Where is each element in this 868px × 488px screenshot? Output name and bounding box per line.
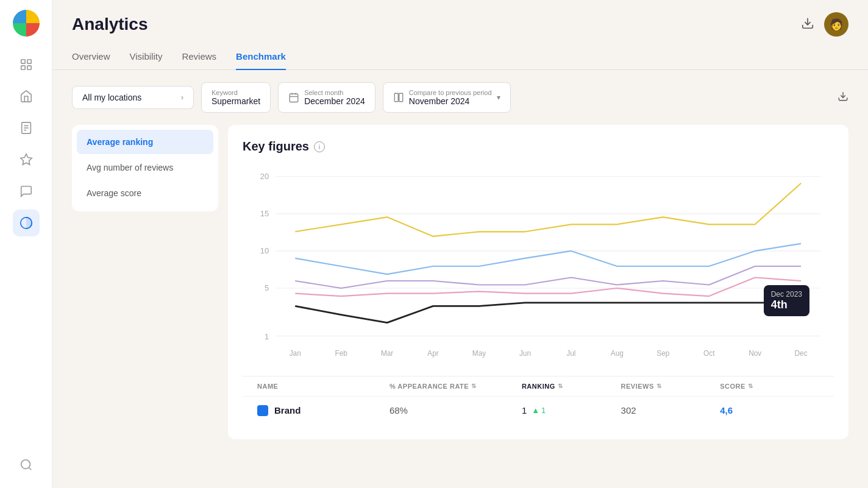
reviews-value: 302 [621,405,720,416]
page-title: Analytics [72,15,148,34]
location-filter[interactable]: All my locations › [72,86,194,109]
svg-line-11 [29,467,31,470]
metric-average-ranking[interactable]: Average ranking [77,130,213,154]
main-content: Analytics 🧑 Overview Visibility Reviews … [52,0,868,488]
chevron-right-icon: › [181,93,183,102]
svg-text:Jan: Jan [290,349,301,358]
rank-change-value: 1 [541,406,546,415]
app-logo[interactable] [13,10,40,37]
export-button[interactable] [838,91,848,105]
sort-icon-ranking: ⇅ [558,383,563,389]
svg-text:Jul: Jul [566,349,575,358]
svg-text:Sep: Sep [656,349,669,358]
info-icon[interactable]: i [314,141,325,152]
header: Analytics 🧑 [52,0,868,37]
svg-rect-13 [290,94,298,102]
sidebar [0,0,52,488]
svg-rect-0 [21,60,24,63]
svg-text:20: 20 [260,172,269,181]
svg-text:10: 10 [260,246,269,255]
svg-text:Aug: Aug [611,349,624,358]
filter-bar: All my locations › Keyword Supermarket S… [72,82,848,113]
ranking-cell: 1 ▲ 1 [522,405,621,416]
score-value: 4,6 [720,405,819,416]
metric-average-score[interactable]: Average score [77,181,213,205]
sidebar-icon-store[interactable] [13,83,40,110]
keyword-filter[interactable]: Keyword Supermarket [201,82,271,113]
col-reviews[interactable]: REVIEWS ⇅ [621,383,720,390]
col-ranking[interactable]: RANKING ⇅ [522,383,621,390]
location-value: All my locations [82,93,141,102]
svg-text:Jun: Jun [519,349,531,358]
brand-name: Brand [274,405,301,416]
svg-rect-1 [27,60,30,63]
compare-value: November 2024 [409,96,470,106]
month-label: Select month [304,89,365,96]
sidebar-icon-document[interactable] [13,115,40,141]
metric-avg-reviews[interactable]: Avg number of reviews [77,155,213,180]
svg-rect-17 [394,93,398,102]
chevron-down-icon: ▾ [497,93,500,102]
avatar[interactable]: 🧑 [824,12,848,37]
main-panel: Average ranking Avg number of reviews Av… [72,125,848,439]
col-score[interactable]: SCORE ⇅ [720,383,819,390]
keyword-value: Supermarket [212,96,260,106]
svg-text:Feb: Feb [335,349,347,358]
svg-text:1: 1 [265,332,269,341]
col-name[interactable]: NAME [257,383,390,390]
arrow-up-icon: ▲ [532,406,539,415]
tab-overview[interactable]: Overview [72,44,110,70]
tabs-bar: Overview Visibility Reviews Benchmark [52,44,868,70]
chart-container: 20 15 10 5 1 Jan Feb Mar Apr May Jun [243,163,834,376]
table-row: Brand 68% 1 ▲ 1 302 4,6 [243,396,834,425]
chart-title-text: Key figures [243,140,309,154]
compare-filter[interactable]: Compare to previous period November 2024… [383,82,511,113]
svg-point-10 [21,460,30,469]
header-actions: 🧑 [801,12,848,37]
svg-text:Mar: Mar [381,349,393,358]
svg-text:Apr: Apr [427,349,438,358]
calendar-icon [288,92,299,103]
metrics-panel: Average ranking Avg number of reviews Av… [72,125,218,211]
tab-visibility[interactable]: Visibility [130,44,163,70]
keyword-label: Keyword [212,89,260,96]
brand-color-indicator [257,405,268,416]
sidebar-icon-chat[interactable] [13,178,40,205]
sidebar-icon-search[interactable] [13,451,40,478]
sidebar-icon-grid[interactable] [13,51,40,78]
chart-title-area: Key figures i [243,140,834,154]
tab-benchmark[interactable]: Benchmark [236,44,286,70]
col-appearance[interactable]: % APPEARANCE RATE ⇅ [390,383,522,390]
svg-text:5: 5 [265,283,269,292]
sort-icon-reviews: ⇅ [656,383,662,389]
month-filter[interactable]: Select month December 2024 [278,82,375,113]
month-value: December 2024 [304,96,365,106]
table-header: NAME % APPEARANCE RATE ⇅ RANKING ⇅ REVIE… [243,376,834,396]
compare-label: Compare to previous period [409,89,492,96]
rank-number: 1 [522,405,527,416]
sort-icon-score: ⇅ [748,383,753,389]
tab-reviews[interactable]: Reviews [182,44,216,70]
svg-text:May: May [472,349,486,358]
rank-change: ▲ 1 [532,406,546,415]
svg-rect-3 [27,66,30,69]
sidebar-icon-star[interactable] [13,146,40,173]
chart-panel: Key figures i 20 15 [228,125,848,439]
sidebar-icon-analytics[interactable] [13,210,40,236]
svg-rect-2 [21,66,24,69]
svg-marker-8 [20,154,31,164]
svg-rect-18 [399,93,403,102]
download-button[interactable] [801,16,814,33]
content-area: All my locations › Keyword Supermarket S… [52,70,868,488]
svg-text:Nov: Nov [749,349,761,358]
brand-cell: Brand [257,405,390,416]
chart-svg: 20 15 10 5 1 Jan Feb Mar Apr May Jun [243,163,834,376]
svg-text:Dec: Dec [795,349,808,358]
compare-icon [393,92,404,103]
appearance-value: 68% [390,405,522,416]
svg-text:15: 15 [260,209,269,218]
sort-icon-appearance: ⇅ [471,383,477,389]
svg-text:Oct: Oct [703,349,715,358]
